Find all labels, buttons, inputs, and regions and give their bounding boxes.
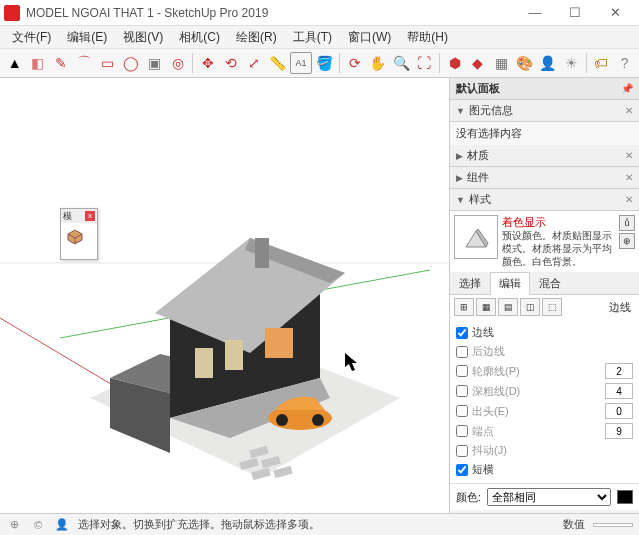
sun-icon[interactable]: ☀ bbox=[560, 52, 581, 74]
menu-file[interactable]: 文件(F) bbox=[4, 27, 59, 48]
toolbar: ▲ ◧ ✎ ⌒ ▭ ◯ ▣ ◎ ✥ ⟲ ⤢ 📏 A1 🪣 ⟳ ✋ 🔍 ⛶ ⬢ ◆… bbox=[0, 48, 639, 78]
pencil-icon[interactable]: ✎ bbox=[51, 52, 72, 74]
entity-info-header[interactable]: ▼ 图元信息 ✕ bbox=[450, 100, 639, 122]
styles-header[interactable]: ▼ 样式 ✕ bbox=[450, 189, 639, 211]
rotate-icon[interactable]: ⟲ bbox=[221, 52, 242, 74]
signin-icon[interactable]: 👤 bbox=[54, 517, 70, 533]
cb-jitter[interactable]: 抖动(J) bbox=[456, 441, 633, 460]
minimize-button[interactable]: — bbox=[515, 0, 555, 26]
modeling-icon[interactable]: ⬚ bbox=[542, 298, 562, 316]
default-tray-title[interactable]: 默认面板 📌 bbox=[450, 78, 639, 100]
panel-close-icon[interactable]: ✕ bbox=[625, 150, 633, 161]
tab-mix[interactable]: 混合 bbox=[530, 272, 570, 295]
edge-settings-icon[interactable]: ⊞ bbox=[454, 298, 474, 316]
geo-icon[interactable]: ⊕ bbox=[6, 517, 22, 533]
offset-icon[interactable]: ◎ bbox=[167, 52, 188, 74]
pushpull-icon[interactable]: ▣ bbox=[144, 52, 165, 74]
menu-help[interactable]: 帮助(H) bbox=[399, 27, 456, 48]
move-icon[interactable]: ✥ bbox=[197, 52, 218, 74]
cb-profile[interactable]: 轮廓线(P) bbox=[456, 361, 633, 381]
orbit-icon[interactable]: ⟳ bbox=[344, 52, 365, 74]
edges-heading: 边线 bbox=[609, 300, 635, 315]
rect-icon[interactable]: ▭ bbox=[97, 52, 118, 74]
color-mode-select[interactable]: 全部相同 bbox=[487, 488, 611, 506]
style-desc: 预设颜色。材质贴图显示模式。材质将显示为平均颜色。白色背景。 bbox=[502, 229, 615, 268]
help-icon[interactable]: ? bbox=[614, 52, 635, 74]
3dw-icon[interactable]: ⬢ bbox=[444, 52, 465, 74]
style-update-icon[interactable]: ů bbox=[619, 215, 635, 231]
edge-color-row: 颜色: 全部相同 bbox=[450, 483, 639, 510]
pin-icon[interactable]: 📌 bbox=[621, 83, 633, 94]
zoom-icon[interactable]: 🔍 bbox=[390, 52, 411, 74]
tab-select[interactable]: 选择 bbox=[450, 272, 490, 295]
collapse-icon: ▼ bbox=[456, 195, 465, 205]
components-header[interactable]: ▶ 组件 ✕ bbox=[450, 167, 639, 189]
circle-icon[interactable]: ◯ bbox=[120, 52, 141, 74]
profile-value[interactable] bbox=[605, 363, 633, 379]
float-close-icon[interactable]: x bbox=[85, 211, 95, 221]
layout-icon[interactable]: ▦ bbox=[491, 52, 512, 74]
user-icon[interactable]: 👤 bbox=[537, 52, 558, 74]
bg-settings-icon[interactable]: ▤ bbox=[498, 298, 518, 316]
menu-window[interactable]: 窗口(W) bbox=[340, 27, 399, 48]
component-icon[interactable] bbox=[64, 226, 94, 256]
style-tabs: 选择 编辑 混合 bbox=[450, 272, 639, 295]
cb-back[interactable]: 后边线 bbox=[456, 342, 633, 361]
close-button[interactable]: ✕ bbox=[595, 0, 635, 26]
expand-icon: ▶ bbox=[456, 173, 463, 183]
svg-rect-11 bbox=[195, 348, 213, 378]
style-icon[interactable]: 🎨 bbox=[514, 52, 535, 74]
paint-icon[interactable]: 🪣 bbox=[314, 52, 335, 74]
menu-draw[interactable]: 绘图(R) bbox=[228, 27, 285, 48]
panel-close-icon[interactable]: ✕ bbox=[625, 172, 633, 183]
app-icon bbox=[4, 5, 20, 21]
pan-icon[interactable]: ✋ bbox=[367, 52, 388, 74]
side-panel: 默认面板 📌 ▼ 图元信息 ✕ 没有选择内容 ▶ 材质 ✕ ▶ 组件 ✕ ▼ 样… bbox=[449, 78, 639, 513]
cb-edges[interactable]: 边线 bbox=[456, 323, 633, 342]
statusbar: ⊕ © 👤 选择对象。切换到扩充选择。拖动鼠标选择多项。 数值 bbox=[0, 513, 639, 535]
menu-tools[interactable]: 工具(T) bbox=[285, 27, 340, 48]
ext-value[interactable] bbox=[605, 403, 633, 419]
cb-depth[interactable]: 深粗线(D) bbox=[456, 381, 633, 401]
edit-subtabs: ⊞ ▦ ▤ ◫ ⬚ 边线 bbox=[450, 295, 639, 319]
cb-dash[interactable]: 短横 bbox=[456, 460, 633, 479]
maximize-button[interactable]: ☐ bbox=[555, 0, 595, 26]
menubar: 文件(F) 编辑(E) 视图(V) 相机(C) 绘图(R) 工具(T) 窗口(W… bbox=[0, 26, 639, 48]
eraser-icon[interactable]: ◧ bbox=[27, 52, 48, 74]
arc-icon[interactable]: ⌒ bbox=[74, 52, 95, 74]
dim-input[interactable] bbox=[593, 523, 633, 527]
window-title: MODEL NGOAI THAT 1 - SketchUp Pro 2019 bbox=[26, 6, 515, 20]
zoomext-icon[interactable]: ⛶ bbox=[414, 52, 435, 74]
menu-camera[interactable]: 相机(C) bbox=[171, 27, 228, 48]
menu-edit[interactable]: 编辑(E) bbox=[59, 27, 115, 48]
panel-close-icon[interactable]: ✕ bbox=[625, 105, 633, 116]
menu-view[interactable]: 视图(V) bbox=[115, 27, 171, 48]
style-new-icon[interactable]: ⊕ bbox=[619, 233, 635, 249]
svg-rect-10 bbox=[255, 238, 269, 268]
watermark-icon[interactable]: ◫ bbox=[520, 298, 540, 316]
collapse-icon: ▼ bbox=[456, 106, 465, 116]
end-value[interactable] bbox=[605, 423, 633, 439]
float-window[interactable]: 模 x bbox=[60, 208, 98, 260]
depth-value[interactable] bbox=[605, 383, 633, 399]
tab-edit[interactable]: 编辑 bbox=[490, 272, 530, 295]
scale-icon[interactable]: ⤢ bbox=[244, 52, 265, 74]
materials-header[interactable]: ▶ 材质 ✕ bbox=[450, 145, 639, 167]
svg-rect-12 bbox=[225, 340, 243, 370]
color-swatch[interactable] bbox=[617, 490, 633, 504]
select-icon[interactable]: ▲ bbox=[4, 52, 25, 74]
viewport[interactable]: 模 x bbox=[0, 78, 449, 513]
face-settings-icon[interactable]: ▦ bbox=[476, 298, 496, 316]
style-thumbnail[interactable] bbox=[454, 215, 498, 259]
text-icon[interactable]: A1 bbox=[290, 52, 311, 74]
cb-end[interactable]: 端点 bbox=[456, 421, 633, 441]
panel-close-icon[interactable]: ✕ bbox=[625, 194, 633, 205]
style-name: 着色显示 bbox=[502, 215, 615, 229]
tag-icon[interactable]: 🏷 bbox=[591, 52, 612, 74]
cb-ext[interactable]: 出头(E) bbox=[456, 401, 633, 421]
credit-icon[interactable]: © bbox=[30, 517, 46, 533]
dim-label: 数值 bbox=[563, 517, 585, 532]
tape-icon[interactable]: 📏 bbox=[267, 52, 288, 74]
ext-icon[interactable]: ◆ bbox=[467, 52, 488, 74]
svg-point-16 bbox=[312, 414, 324, 426]
